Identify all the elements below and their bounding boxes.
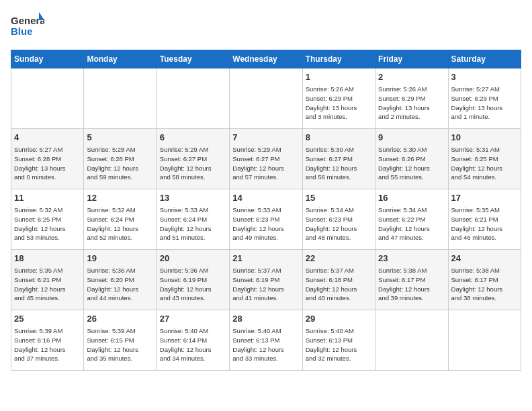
calendar-cell: 22Sunrise: 5:37 AM Sunset: 6:18 PM Dayli… <box>302 250 375 310</box>
calendar-cell: 18Sunrise: 5:35 AM Sunset: 6:21 PM Dayli… <box>11 250 84 310</box>
logo-graphic: General Blue <box>11 11 44 44</box>
calendar-cell: 26Sunrise: 5:39 AM Sunset: 6:15 PM Dayli… <box>84 310 157 371</box>
day-number: 7 <box>232 132 299 144</box>
day-info: Sunrise: 5:29 AM Sunset: 6:27 PM Dayligh… <box>160 145 226 182</box>
calendar-cell: 13Sunrise: 5:33 AM Sunset: 6:24 PM Dayli… <box>157 189 229 250</box>
header-friday: Friday <box>375 50 448 68</box>
calendar-cell: 1Sunrise: 5:26 AM Sunset: 6:29 PM Daylig… <box>302 68 375 129</box>
day-number: 18 <box>14 253 81 265</box>
day-number: 9 <box>378 132 445 144</box>
calendar-cell: 3Sunrise: 5:27 AM Sunset: 6:29 PM Daylig… <box>448 68 521 129</box>
calendar-cell: 27Sunrise: 5:40 AM Sunset: 6:14 PM Dayli… <box>157 310 229 371</box>
calendar-cell: 14Sunrise: 5:33 AM Sunset: 6:23 PM Dayli… <box>230 189 302 250</box>
day-info: Sunrise: 5:40 AM Sunset: 6:13 PM Dayligh… <box>306 326 372 363</box>
day-info: Sunrise: 5:35 AM Sunset: 6:21 PM Dayligh… <box>451 205 518 242</box>
header: General Blue <box>11 11 521 44</box>
calendar-cell <box>230 68 302 129</box>
day-info: Sunrise: 5:37 AM Sunset: 6:19 PM Dayligh… <box>232 266 299 303</box>
day-info: Sunrise: 5:31 AM Sunset: 6:25 PM Dayligh… <box>451 145 518 182</box>
header-monday: Monday <box>84 50 157 68</box>
day-number: 21 <box>232 253 299 265</box>
day-number: 6 <box>160 132 226 144</box>
calendar-cell <box>375 310 448 371</box>
day-info: Sunrise: 5:29 AM Sunset: 6:27 PM Dayligh… <box>232 145 299 182</box>
calendar-cell: 23Sunrise: 5:38 AM Sunset: 6:17 PM Dayli… <box>375 250 448 310</box>
day-number: 1 <box>306 71 372 83</box>
header-sunday: Sunday <box>11 50 84 68</box>
day-info: Sunrise: 5:38 AM Sunset: 6:17 PM Dayligh… <box>451 266 518 303</box>
day-info: Sunrise: 5:40 AM Sunset: 6:13 PM Dayligh… <box>232 326 299 363</box>
calendar-cell <box>11 68 84 129</box>
day-number: 11 <box>14 192 81 204</box>
day-info: Sunrise: 5:27 AM Sunset: 6:29 PM Dayligh… <box>451 85 518 122</box>
day-number: 25 <box>14 313 81 325</box>
day-number: 16 <box>378 192 445 204</box>
day-info: Sunrise: 5:36 AM Sunset: 6:19 PM Dayligh… <box>160 266 226 303</box>
day-info: Sunrise: 5:28 AM Sunset: 6:28 PM Dayligh… <box>87 145 153 182</box>
day-info: Sunrise: 5:37 AM Sunset: 6:18 PM Dayligh… <box>306 266 372 303</box>
calendar-cell: 8Sunrise: 5:30 AM Sunset: 6:27 PM Daylig… <box>302 129 375 189</box>
calendar-header-row: SundayMondayTuesdayWednesdayThursdayFrid… <box>11 50 521 68</box>
day-number: 29 <box>306 313 372 325</box>
calendar-cell: 7Sunrise: 5:29 AM Sunset: 6:27 PM Daylig… <box>230 129 302 189</box>
calendar-cell: 28Sunrise: 5:40 AM Sunset: 6:13 PM Dayli… <box>230 310 302 371</box>
day-info: Sunrise: 5:33 AM Sunset: 6:24 PM Dayligh… <box>160 205 226 242</box>
day-info: Sunrise: 5:39 AM Sunset: 6:16 PM Dayligh… <box>14 326 81 363</box>
svg-text:Blue: Blue <box>11 26 33 37</box>
calendar-cell: 19Sunrise: 5:36 AM Sunset: 6:20 PM Dayli… <box>84 250 157 310</box>
calendar-cell: 2Sunrise: 5:26 AM Sunset: 6:29 PM Daylig… <box>375 68 448 129</box>
header-wednesday: Wednesday <box>230 50 302 68</box>
calendar-cell: 25Sunrise: 5:39 AM Sunset: 6:16 PM Dayli… <box>11 310 84 371</box>
day-number: 23 <box>378 253 445 265</box>
day-number: 22 <box>306 253 372 265</box>
day-number: 5 <box>87 132 153 144</box>
calendar-week-row: 11Sunrise: 5:32 AM Sunset: 6:25 PM Dayli… <box>11 189 521 250</box>
header-tuesday: Tuesday <box>157 50 229 68</box>
logo: General Blue <box>11 11 44 44</box>
calendar-cell: 11Sunrise: 5:32 AM Sunset: 6:25 PM Dayli… <box>11 189 84 250</box>
day-number: 27 <box>160 313 226 325</box>
calendar-cell: 29Sunrise: 5:40 AM Sunset: 6:13 PM Dayli… <box>302 310 375 371</box>
day-info: Sunrise: 5:40 AM Sunset: 6:14 PM Dayligh… <box>160 326 226 363</box>
calendar-week-row: 4Sunrise: 5:27 AM Sunset: 6:28 PM Daylig… <box>11 129 521 189</box>
calendar-week-row: 18Sunrise: 5:35 AM Sunset: 6:21 PM Dayli… <box>11 250 521 310</box>
day-number: 28 <box>232 313 299 325</box>
calendar-cell <box>448 310 521 371</box>
day-info: Sunrise: 5:39 AM Sunset: 6:15 PM Dayligh… <box>87 326 153 363</box>
day-number: 14 <box>232 192 299 204</box>
day-number: 12 <box>87 192 153 204</box>
day-info: Sunrise: 5:33 AM Sunset: 6:23 PM Dayligh… <box>232 205 299 242</box>
calendar-cell: 5Sunrise: 5:28 AM Sunset: 6:28 PM Daylig… <box>84 129 157 189</box>
header-thursday: Thursday <box>302 50 375 68</box>
day-number: 20 <box>160 253 226 265</box>
day-number: 2 <box>378 71 445 83</box>
calendar-cell: 12Sunrise: 5:32 AM Sunset: 6:24 PM Dayli… <box>84 189 157 250</box>
calendar-cell <box>157 68 229 129</box>
calendar-cell: 4Sunrise: 5:27 AM Sunset: 6:28 PM Daylig… <box>11 129 84 189</box>
day-info: Sunrise: 5:32 AM Sunset: 6:25 PM Dayligh… <box>14 205 81 242</box>
day-number: 17 <box>451 192 518 204</box>
calendar-cell: 20Sunrise: 5:36 AM Sunset: 6:19 PM Dayli… <box>157 250 229 310</box>
day-number: 26 <box>87 313 153 325</box>
day-number: 8 <box>306 132 372 144</box>
day-info: Sunrise: 5:27 AM Sunset: 6:28 PM Dayligh… <box>14 145 81 182</box>
header-saturday: Saturday <box>448 50 521 68</box>
day-info: Sunrise: 5:30 AM Sunset: 6:26 PM Dayligh… <box>378 145 445 182</box>
calendar-cell: 6Sunrise: 5:29 AM Sunset: 6:27 PM Daylig… <box>157 129 229 189</box>
day-info: Sunrise: 5:26 AM Sunset: 6:29 PM Dayligh… <box>378 85 445 122</box>
day-info: Sunrise: 5:36 AM Sunset: 6:20 PM Dayligh… <box>87 266 153 303</box>
day-number: 15 <box>306 192 372 204</box>
calendar-cell: 10Sunrise: 5:31 AM Sunset: 6:25 PM Dayli… <box>448 129 521 189</box>
calendar-cell: 15Sunrise: 5:34 AM Sunset: 6:23 PM Dayli… <box>302 189 375 250</box>
day-info: Sunrise: 5:34 AM Sunset: 6:23 PM Dayligh… <box>306 205 372 242</box>
calendar-week-row: 25Sunrise: 5:39 AM Sunset: 6:16 PM Dayli… <box>11 310 521 371</box>
calendar-cell: 17Sunrise: 5:35 AM Sunset: 6:21 PM Dayli… <box>448 189 521 250</box>
calendar-table: SundayMondayTuesdayWednesdayThursdayFrid… <box>11 50 521 371</box>
day-number: 19 <box>87 253 153 265</box>
calendar-week-row: 1Sunrise: 5:26 AM Sunset: 6:29 PM Daylig… <box>11 68 521 129</box>
day-info: Sunrise: 5:34 AM Sunset: 6:22 PM Dayligh… <box>378 205 445 242</box>
calendar-cell: 9Sunrise: 5:30 AM Sunset: 6:26 PM Daylig… <box>375 129 448 189</box>
day-info: Sunrise: 5:26 AM Sunset: 6:29 PM Dayligh… <box>306 85 372 122</box>
day-info: Sunrise: 5:32 AM Sunset: 6:24 PM Dayligh… <box>87 205 153 242</box>
calendar-cell: 24Sunrise: 5:38 AM Sunset: 6:17 PM Dayli… <box>448 250 521 310</box>
